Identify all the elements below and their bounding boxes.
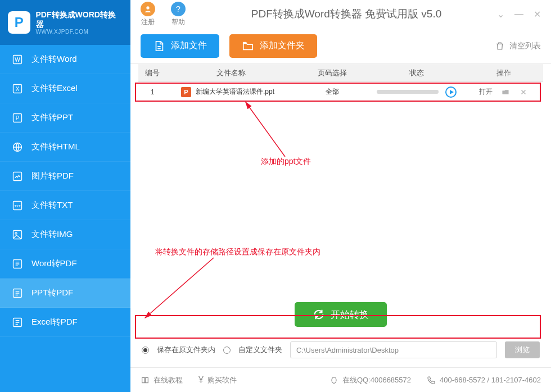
row-filename: 新编大学英语语法课件.ppt	[196, 87, 274, 97]
sidebar-item-img[interactable]: 文件转IMG	[0, 220, 130, 249]
phone-contact[interactable]: 400-668-5572 / 181-2107-4602	[427, 376, 541, 385]
register-button[interactable]: 注册	[141, 2, 155, 27]
file-table-area: 编号 文件名称 页码选择 状态 操作 1 P 新编大学英语语法课件.ppt 全部	[130, 64, 551, 367]
pdf-icon	[11, 287, 24, 299]
clear-list-button[interactable]: 清空列表	[495, 41, 541, 51]
table-header: 编号 文件名称 页码选择 状态 操作	[138, 64, 543, 82]
output-path-input[interactable]	[290, 341, 497, 358]
tutorial-link[interactable]: 在线教程	[141, 375, 183, 385]
sidebar-item-excel2pdf[interactable]: Excel转PDF	[0, 308, 130, 337]
book-icon	[141, 376, 150, 385]
radio-custom-folder[interactable]	[223, 347, 231, 354]
convert-row: 开始转换	[138, 297, 543, 338]
excel-icon: X	[11, 83, 24, 95]
add-folder-button[interactable]: 添加文件夹	[229, 34, 317, 58]
sidebar-item-html[interactable]: 文件转HTML	[0, 133, 130, 162]
user-icon	[141, 2, 155, 16]
image-pdf-icon	[11, 170, 24, 183]
sidebar-item-img2pdf[interactable]: 图片转PDF	[0, 162, 130, 191]
yen-icon: ¥	[198, 375, 204, 385]
dropdown-icon[interactable]: ⌄	[497, 9, 504, 20]
ppt-icon: P	[11, 112, 24, 124]
toolbar: 添加文件 添加文件夹 清空列表	[130, 28, 551, 64]
register-label: 注册	[141, 17, 155, 27]
header-op: 操作	[464, 68, 543, 78]
qq-contact[interactable]: 在线QQ:4006685572	[329, 375, 411, 385]
globe-icon	[11, 141, 24, 153]
word-icon: W	[11, 53, 24, 66]
sidebar-item-excel[interactable]: X文件转Excel	[0, 74, 130, 103]
qq-icon	[329, 376, 338, 385]
start-convert-button[interactable]: 开始转换	[295, 302, 387, 327]
radio-original-label: 保存在原文件夹内	[157, 345, 215, 355]
close-icon[interactable]: ✕	[534, 9, 541, 20]
row-operations: 打开	[464, 87, 543, 97]
add-file-button[interactable]: 添加文件	[141, 34, 219, 58]
svg-point-11	[15, 232, 17, 234]
sidebar-item-word[interactable]: W文件转Word	[0, 45, 130, 74]
sidebar-item-label: 文件转TXT	[31, 200, 73, 211]
phone-label: 400-668-5572 / 181-2107-4602	[440, 376, 541, 384]
titlebar: 注册 ? 帮助 PDF转换成Word转换器 免费试用版 v5.0 ⌄ — ✕	[130, 0, 551, 28]
svg-text:X: X	[16, 86, 20, 92]
annotation-text-2: 将转换文件的存储路径设置成保存在原文件夹内	[155, 247, 320, 257]
output-path-row: 保存在原文件夹内 自定义文件夹 浏览	[138, 338, 543, 367]
table-row[interactable]: 1 P 新编大学英语语法课件.ppt 全部 打开	[138, 82, 543, 102]
radio-custom-label: 自定义文件夹	[238, 345, 282, 355]
row-num: 1	[138, 88, 166, 96]
sidebar-item-ppt2pdf[interactable]: PPT转PDF	[0, 279, 130, 308]
svg-rect-7	[13, 172, 22, 180]
sidebar-item-txt[interactable]: TXT文件转TXT	[0, 191, 130, 220]
ppt-file-icon: P	[181, 87, 191, 97]
refresh-icon	[313, 308, 325, 321]
folder-open-icon[interactable]	[500, 88, 511, 96]
buy-label: 购买软件	[207, 375, 237, 385]
radio-original-folder[interactable]	[142, 347, 149, 354]
sidebar-item-label: 文件转Excel	[31, 83, 78, 94]
sidebar-item-label: Word转PDF	[31, 258, 77, 269]
svg-point-15	[146, 6, 149, 9]
logo-title: PDF转换成WORD转换器	[36, 10, 123, 29]
folder-icon	[242, 40, 254, 52]
phone-icon	[427, 376, 436, 385]
sidebar-item-label: PPT转PDF	[31, 288, 73, 298]
remove-icon[interactable]	[518, 88, 529, 96]
logo-icon: P	[8, 11, 30, 34]
logo-area: P PDF转换成WORD转换器 WWW.XJPDF.COM	[0, 0, 130, 45]
browse-button[interactable]: 浏览	[505, 341, 540, 358]
sidebar-item-ppt[interactable]: P文件转PPT	[0, 103, 130, 133]
qq-label: 在线QQ:4006685572	[342, 375, 411, 385]
row-status	[369, 86, 464, 98]
open-button[interactable]: 打开	[479, 87, 493, 97]
image-icon	[11, 229, 24, 241]
sidebar-item-label: Excel转PDF	[31, 317, 78, 327]
trash-icon	[495, 41, 505, 51]
sidebar-item-label: 文件转HTML	[31, 142, 80, 152]
play-icon[interactable]	[445, 86, 457, 98]
help-button[interactable]: ? 帮助	[171, 2, 186, 27]
convert-label: 开始转换	[331, 308, 369, 321]
header-status: 状态	[369, 68, 464, 78]
nav-list: W文件转Word X文件转Excel P文件转PPT 文件转HTML 图片转PD…	[0, 45, 130, 392]
footer: 在线教程 ¥ 购买软件 在线QQ:4006685572 400-668-5572…	[130, 367, 551, 392]
buy-link[interactable]: ¥ 购买软件	[198, 375, 237, 385]
row-page[interactable]: 全部	[296, 87, 369, 97]
pdf-icon	[11, 316, 24, 329]
logo-subtitle: WWW.XJPDF.COM	[36, 29, 123, 35]
help-label: 帮助	[171, 17, 185, 27]
row-filename-cell: P 新编大学英语语法课件.ppt	[166, 87, 296, 97]
annotation-text-1: 添加的ppt文件	[261, 157, 311, 167]
sidebar-item-label: 文件转IMG	[31, 229, 73, 240]
pdf-icon	[11, 258, 24, 270]
svg-text:P: P	[16, 115, 20, 121]
sidebar-item-word2pdf[interactable]: Word转PDF	[0, 249, 130, 279]
svg-text:W: W	[15, 57, 20, 63]
minimize-icon[interactable]: —	[514, 9, 523, 19]
tutorial-label: 在线教程	[153, 375, 183, 385]
main-area: 注册 ? 帮助 PDF转换成Word转换器 免费试用版 v5.0 ⌄ — ✕ 添…	[130, 0, 551, 392]
add-folder-label: 添加文件夹	[260, 40, 305, 52]
clear-list-label: 清空列表	[509, 41, 541, 51]
add-file-label: 添加文件	[171, 40, 207, 52]
sidebar-item-label: 文件转PPT	[31, 112, 73, 123]
sidebar-item-label: 图片转PDF	[31, 171, 74, 181]
